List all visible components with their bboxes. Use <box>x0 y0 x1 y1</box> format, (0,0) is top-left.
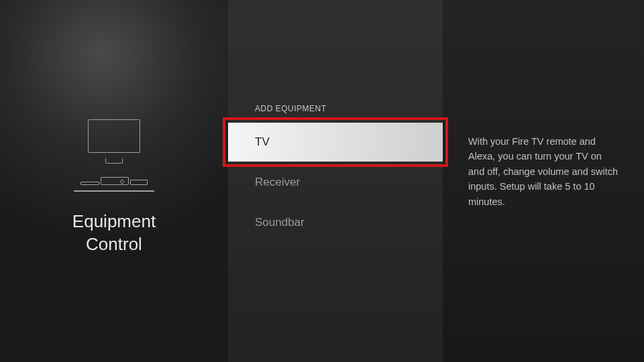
title-line2: Control <box>86 234 142 254</box>
right-panel: With your Fire TV remote and Alexa, you … <box>443 0 644 362</box>
description-text: With your Fire TV remote and Alexa, you … <box>468 134 619 209</box>
menu-item-receiver[interactable]: Receiver <box>228 163 443 202</box>
receiver-icon <box>101 177 129 185</box>
menu-item-tv[interactable]: TV <box>228 123 443 162</box>
equipment-icon-group <box>74 119 154 192</box>
tv-stand-icon <box>105 158 123 164</box>
devices-row-icon <box>80 177 148 185</box>
left-panel: Equipment Control <box>0 0 228 362</box>
title-line1: Equipment <box>72 211 156 231</box>
menu-item-label: Receiver <box>255 176 300 189</box>
menu-item-label: Soundbar <box>255 216 305 229</box>
menu-item-soundbar[interactable]: Soundbar <box>228 203 443 242</box>
tv-icon <box>88 119 140 153</box>
middle-panel: ADD EQUIPMENT TV Receiver Soundbar <box>228 0 443 362</box>
section-header: ADD EQUIPMENT <box>255 104 443 113</box>
menu-item-label: TV <box>255 135 270 149</box>
page-title: Equipment Control <box>72 210 156 256</box>
shelf-line-icon <box>74 190 154 192</box>
device-icon <box>130 180 148 185</box>
device-icon <box>80 182 99 185</box>
